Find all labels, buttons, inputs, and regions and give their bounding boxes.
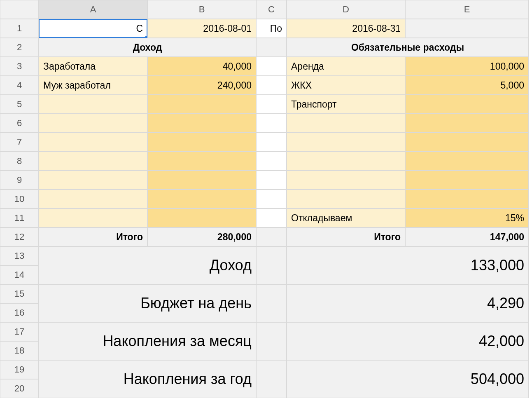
- cell-C15[interactable]: [256, 284, 287, 322]
- cell-C2[interactable]: [256, 38, 287, 57]
- row-header-7[interactable]: 7: [0, 133, 39, 152]
- summary-label-3[interactable]: Накопления за год: [39, 360, 256, 398]
- cell-E8[interactable]: [405, 152, 529, 171]
- row-header-4[interactable]: 4: [0, 76, 39, 95]
- cell-B4[interactable]: 240,000: [147, 76, 256, 95]
- cell-A9[interactable]: [39, 171, 147, 190]
- cell-D3[interactable]: Аренда: [287, 57, 405, 76]
- col-header-D[interactable]: D: [287, 0, 405, 19]
- cell-D1[interactable]: 2016-08-31: [287, 19, 405, 38]
- cell-B10[interactable]: [147, 190, 256, 208]
- row-header-9[interactable]: 9: [0, 171, 39, 190]
- cell-D10[interactable]: [287, 190, 405, 208]
- row-header-6[interactable]: 6: [0, 114, 39, 133]
- cell-E10[interactable]: [405, 190, 529, 208]
- cell-E6[interactable]: [405, 114, 529, 133]
- cell-B5[interactable]: [147, 95, 256, 114]
- col-header-B[interactable]: B: [147, 0, 256, 19]
- cell-D11[interactable]: Откладываем: [287, 208, 405, 227]
- cell-C7[interactable]: [256, 133, 287, 152]
- row-header-5[interactable]: 5: [0, 95, 39, 114]
- summary-label-1[interactable]: Бюджет на день: [39, 284, 256, 322]
- cell-A3[interactable]: Заработала: [39, 57, 147, 76]
- cell-D4[interactable]: ЖКХ: [287, 76, 405, 95]
- cell-C11[interactable]: [256, 208, 287, 227]
- row-header-2[interactable]: 2: [0, 38, 39, 57]
- row-header-11[interactable]: 11: [0, 208, 39, 227]
- cell-B7[interactable]: [147, 133, 256, 152]
- cell-D5[interactable]: Транспорт: [287, 95, 405, 114]
- cell-C9[interactable]: [256, 171, 287, 190]
- income-header[interactable]: Доход: [39, 38, 256, 57]
- col-header-E[interactable]: E: [405, 0, 529, 19]
- expense-total-label[interactable]: Итого: [287, 227, 405, 246]
- row-header-18[interactable]: 18: [0, 341, 39, 360]
- col-header-C[interactable]: C: [256, 0, 287, 19]
- cell-C12[interactable]: [256, 227, 287, 246]
- cell-D7[interactable]: [287, 133, 405, 152]
- cell-E7[interactable]: [405, 133, 529, 152]
- cell-E11[interactable]: 15%: [405, 208, 529, 227]
- spreadsheet-grid[interactable]: A B C D E 1 С 2016-08-01 По 2016-08-31 2…: [0, 0, 532, 398]
- cell-A6[interactable]: [39, 114, 147, 133]
- summary-value-3[interactable]: 504,000: [287, 360, 529, 398]
- cell-E4[interactable]: 5,000: [405, 76, 529, 95]
- cell-E3[interactable]: 100,000: [405, 57, 529, 76]
- cell-B9[interactable]: [147, 171, 256, 190]
- select-all-corner[interactable]: [0, 0, 39, 19]
- row-header-19[interactable]: 19: [0, 360, 39, 379]
- cell-B1[interactable]: 2016-08-01: [147, 19, 256, 38]
- row-header-17[interactable]: 17: [0, 322, 39, 341]
- cell-C17[interactable]: [256, 322, 287, 360]
- cell-A8[interactable]: [39, 152, 147, 171]
- cell-C5[interactable]: [256, 95, 287, 114]
- cell-C19[interactable]: [256, 360, 287, 398]
- expense-total-value[interactable]: 147,000: [405, 227, 529, 246]
- summary-value-0[interactable]: 133,000: [287, 246, 529, 284]
- cell-C4[interactable]: [256, 76, 287, 95]
- cell-B6[interactable]: [147, 114, 256, 133]
- cell-A11[interactable]: [39, 208, 147, 227]
- row-header-1[interactable]: 1: [0, 19, 39, 38]
- cell-A1[interactable]: С: [39, 19, 147, 38]
- row-header-13[interactable]: 13: [0, 246, 39, 265]
- cell-E9[interactable]: [405, 171, 529, 190]
- cell-B8[interactable]: [147, 152, 256, 171]
- summary-value-2[interactable]: 42,000: [287, 322, 529, 360]
- cell-C8[interactable]: [256, 152, 287, 171]
- row-header-14[interactable]: 14: [0, 265, 39, 284]
- cell-C3[interactable]: [256, 57, 287, 76]
- cell-D8[interactable]: [287, 152, 405, 171]
- cell-E5[interactable]: [405, 95, 529, 114]
- cell-A10[interactable]: [39, 190, 147, 208]
- income-total-value[interactable]: 280,000: [147, 227, 256, 246]
- row-header-10[interactable]: 10: [0, 190, 39, 208]
- summary-label-2[interactable]: Накопления за месяц: [39, 322, 256, 360]
- cell-B11[interactable]: [147, 208, 256, 227]
- row-header-15[interactable]: 15: [0, 284, 39, 303]
- cell-C10[interactable]: [256, 190, 287, 208]
- cell-A4[interactable]: Муж заработал: [39, 76, 147, 95]
- row-header-8[interactable]: 8: [0, 152, 39, 171]
- income-total-label[interactable]: Итого: [39, 227, 147, 246]
- summary-value-1[interactable]: 4,290: [287, 284, 529, 322]
- expense-header[interactable]: Обязательные расходы: [287, 38, 529, 57]
- row-header-3[interactable]: 3: [0, 57, 39, 76]
- cell-E1[interactable]: [405, 19, 529, 38]
- row-header-20[interactable]: 20: [0, 379, 39, 398]
- row-header-12[interactable]: 12: [0, 227, 39, 246]
- row-header-16[interactable]: 16: [0, 303, 39, 322]
- cell-C13[interactable]: [256, 246, 287, 284]
- cell-A7[interactable]: [39, 133, 147, 152]
- cell-B3[interactable]: 40,000: [147, 57, 256, 76]
- cell-C6[interactable]: [256, 114, 287, 133]
- cell-D9[interactable]: [287, 171, 405, 190]
- col-header-A[interactable]: A: [39, 0, 147, 19]
- summary-label-0[interactable]: Доход: [39, 246, 256, 284]
- cell-C1[interactable]: По: [256, 19, 287, 38]
- cell-D6[interactable]: [287, 114, 405, 133]
- cell-A5[interactable]: [39, 95, 147, 114]
